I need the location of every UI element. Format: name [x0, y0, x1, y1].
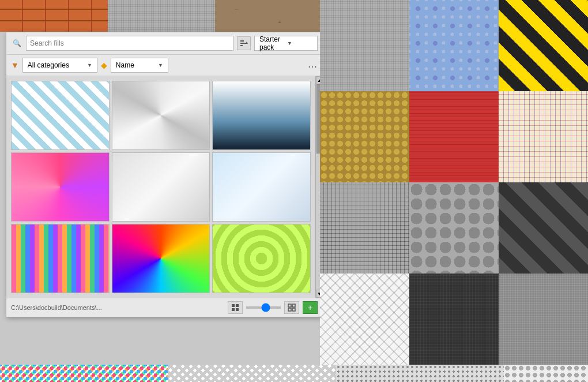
right-tile-vintage-pattern[interactable] — [499, 91, 588, 182]
size-slider-wrap — [246, 306, 281, 309]
add-button[interactable]: + — [303, 301, 318, 314]
sort-dropdown-label: Name — [116, 61, 134, 69]
fill-item-3[interactable] — [212, 81, 311, 150]
fill-item-7[interactable] — [11, 224, 110, 293]
top-strip-tile-2[interactable] — [108, 0, 216, 32]
fill-item-5[interactable] — [112, 152, 210, 222]
right-tile-gray-pixel[interactable] — [499, 274, 588, 365]
category-dropdown-label: All categories — [28, 61, 69, 69]
top-strip-tile-1[interactable] — [0, 0, 108, 32]
category-dropdown[interactable]: All categories ▼ — [22, 58, 97, 73]
svg-rect-4 — [232, 304, 235, 307]
svg-rect-7 — [236, 308, 239, 311]
right-tiles-grid — [320, 0, 588, 365]
fills-grid-container: ▲ ▼ — [6, 76, 322, 298]
top-strip — [0, 0, 323, 32]
fill-item-9[interactable] — [212, 224, 311, 293]
right-tile-gray-grid[interactable] — [320, 182, 409, 274]
sort-dropdown[interactable]: Name ▼ — [111, 58, 168, 73]
svg-rect-5 — [236, 304, 239, 307]
fills-grid — [6, 76, 322, 298]
svg-rect-9 — [292, 304, 295, 307]
svg-rect-8 — [288, 304, 291, 307]
size-slider[interactable] — [246, 306, 281, 309]
panel-bottombar: C:\Users\docbuild\Documents\... + — [6, 298, 322, 317]
right-tile-gold-dots[interactable] — [320, 91, 409, 182]
right-tile-gray-fabric[interactable] — [320, 0, 409, 91]
bottom-tile-colorful-dots[interactable] — [0, 365, 168, 382]
more-options-button[interactable]: ... — [308, 61, 318, 69]
svg-rect-10 — [288, 308, 291, 311]
right-tile-red-fabric[interactable] — [409, 91, 499, 182]
right-tile-dark-stripes[interactable] — [499, 182, 588, 274]
pack-dropdown-label: Starter pack — [259, 35, 285, 51]
search-icon: 🔍 — [11, 38, 22, 49]
filter-icon: ▼ — [11, 61, 19, 70]
bottom-strip — [0, 365, 588, 382]
fill-item-2[interactable] — [112, 81, 210, 150]
category-chevron-icon: ▼ — [87, 62, 92, 68]
top-strip-tile-3[interactable] — [215, 0, 323, 32]
filter-bar: ▼ All categories ▼ ◆ Name ▼ ... — [6, 55, 322, 76]
svg-rect-11 — [292, 308, 295, 311]
right-tile-blue-dots[interactable] — [409, 0, 499, 91]
svg-rect-6 — [232, 308, 235, 311]
fill-item-8[interactable] — [112, 224, 210, 293]
panel-topbar: 🔍 Starter pack ▼ — [6, 32, 322, 55]
bottom-tile-zigzag[interactable] — [168, 365, 336, 382]
pack-dropdown[interactable]: Starter pack ▼ — [254, 36, 318, 51]
file-path: C:\Users\docbuild\Documents\... — [11, 304, 224, 311]
fill-item-6[interactable] — [212, 152, 311, 222]
chevron-down-icon: ▼ — [287, 40, 312, 46]
sort-tree-button[interactable] — [237, 36, 251, 50]
right-tile-yellow-stripes[interactable] — [499, 0, 588, 91]
fills-panel: 🔍 Starter pack ▼ ▼ All categories ▼ ◆ Na… — [6, 32, 323, 317]
fit-view-button[interactable] — [284, 301, 299, 314]
right-tile-white-diamonds[interactable] — [320, 274, 409, 365]
svg-rect-2 — [240, 45, 243, 46]
bottom-tile-large-dots[interactable] — [504, 365, 588, 382]
bottom-tile-small-dots[interactable] — [336, 365, 504, 382]
right-tile-dark-carbon[interactable] — [409, 274, 499, 365]
grid-view-button[interactable] — [228, 301, 243, 314]
search-input[interactable] — [26, 36, 233, 51]
fill-item-4[interactable] — [11, 152, 110, 222]
svg-rect-1 — [240, 43, 246, 44]
sort-chevron-icon: ▼ — [158, 62, 163, 68]
svg-rect-0 — [240, 40, 244, 42]
sort-diamond-icon: ◆ — [101, 61, 107, 70]
right-tile-gray-circles[interactable] — [409, 182, 499, 274]
fill-item-1[interactable] — [11, 81, 110, 150]
